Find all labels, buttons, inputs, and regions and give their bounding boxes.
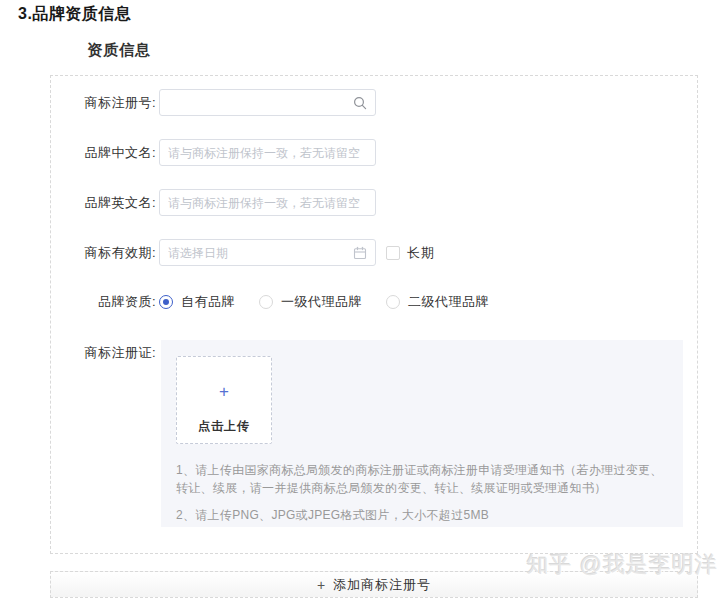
validity-date-input-wrap <box>159 239 376 266</box>
radio-option-first-level-agent[interactable]: 一级代理品牌 <box>259 293 362 311</box>
plus-icon: + <box>177 383 271 400</box>
brand-en-row: 品牌英文名: <box>51 189 697 216</box>
long-term-label: 长期 <box>407 244 435 262</box>
certificate-row: 商标注册证: + 点击上传 1、请上传由国家商标总局颁发的商标注册证或商标注册申… <box>51 340 697 527</box>
validity-label: 商标有效期: <box>51 244 159 262</box>
brand-cn-input[interactable] <box>160 140 375 165</box>
validity-row: 商标有效期: 长期 <box>51 239 697 266</box>
radio-option-own-brand[interactable]: 自有品牌 <box>159 293 235 311</box>
radio-label-own-brand: 自有品牌 <box>181 293 235 311</box>
certificate-upload-area: + 点击上传 1、请上传由国家商标总局颁发的商标注册证或商标注册申请受理通知书（… <box>161 340 683 527</box>
calendar-icon[interactable] <box>353 246 367 260</box>
radio-icon-own-brand[interactable] <box>159 295 173 309</box>
brand-cn-input-wrap <box>159 139 376 166</box>
qualification-form-panel: 商标注册号: 品牌中文名: 品牌英文名: 商标有效期: <box>50 75 698 554</box>
brand-type-row: 品牌资质: 自有品牌 一级代理品牌 二级代理品牌 <box>51 293 697 311</box>
add-trademark-number-button[interactable]: + 添加商标注册号 <box>50 571 698 598</box>
radio-option-second-level-agent[interactable]: 二级代理品牌 <box>386 293 489 311</box>
trademark-number-input[interactable] <box>160 90 375 115</box>
upload-button[interactable]: + 点击上传 <box>176 356 272 444</box>
trademark-number-label: 商标注册号: <box>51 94 159 112</box>
radio-label-second-level-agent: 二级代理品牌 <box>408 293 489 311</box>
radio-icon-second-level-agent[interactable] <box>386 295 400 309</box>
brand-cn-row: 品牌中文名: <box>51 139 697 166</box>
trademark-number-input-wrap <box>159 89 376 116</box>
search-icon[interactable] <box>353 96 367 110</box>
radio-label-first-level-agent: 一级代理品牌 <box>281 293 362 311</box>
trademark-number-row: 商标注册号: <box>51 89 697 116</box>
upload-note-2: 2、请上传PNG、JPG或JPEG格式图片，大小不超过5MB <box>176 506 674 524</box>
brand-en-label: 品牌英文名: <box>51 194 159 212</box>
long-term-checkbox[interactable] <box>386 246 400 260</box>
brand-cn-label: 品牌中文名: <box>51 144 159 162</box>
upload-note-1: 1、请上传由国家商标总局颁发的商标注册证或商标注册申请受理通知书（若办理过变更、… <box>176 461 674 497</box>
validity-date-input[interactable] <box>160 240 375 265</box>
radio-icon-first-level-agent[interactable] <box>259 295 273 309</box>
certificate-label: 商标注册证: <box>51 340 159 362</box>
brand-en-input[interactable] <box>160 190 375 215</box>
page-title: 3.品牌资质信息 <box>18 4 131 25</box>
section-title: 资质信息 <box>87 41 151 60</box>
brand-en-input-wrap <box>159 189 376 216</box>
plus-icon: + <box>317 578 325 592</box>
brand-type-label: 品牌资质: <box>51 293 159 311</box>
add-trademark-number-label: 添加商标注册号 <box>333 576 431 594</box>
upload-button-label: 点击上传 <box>177 418 271 435</box>
